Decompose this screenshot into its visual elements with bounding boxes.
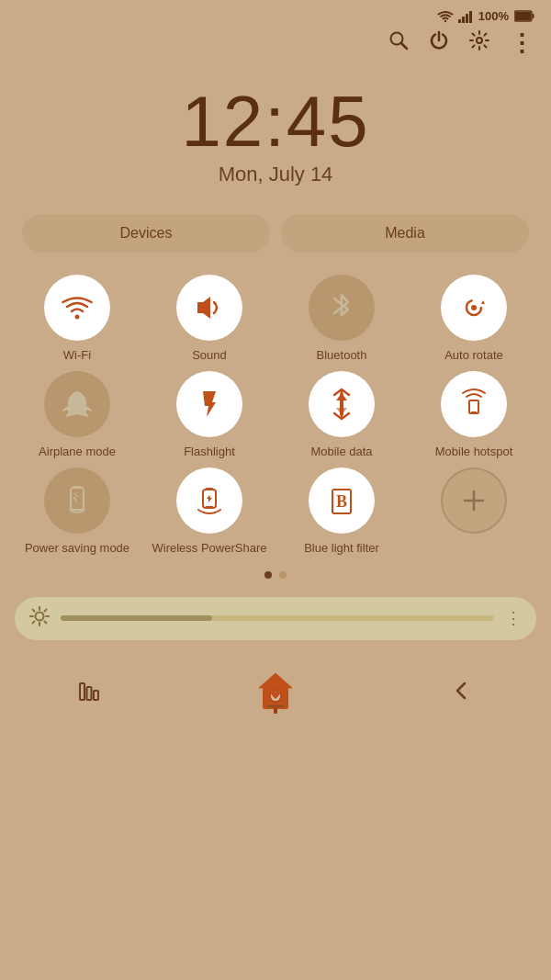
wirelessshare-label: Wireless PowerShare [152,541,267,557]
flashlight-label: Flashlight [184,445,235,460]
toggle-powersaving[interactable]: Power saving mode [15,467,140,557]
svg-rect-1 [462,17,465,23]
toggle-add[interactable] [411,467,536,557]
svg-line-8 [401,43,407,49]
brightness-bar[interactable]: ⋮ [15,597,536,640]
svg-rect-0 [458,19,461,23]
svg-rect-37 [94,691,98,700]
mobiledata-label: Mobile data [310,445,372,460]
page-dot-2 [279,571,287,579]
toggle-airplane[interactable]: Airplane mode [15,371,140,460]
page-dot-1 [264,571,272,579]
svg-marker-11 [197,297,210,319]
svg-rect-2 [466,14,468,23]
svg-rect-15 [469,400,478,413]
toggle-wifi[interactable]: Wi-Fi [15,275,140,364]
tab-devices[interactable]: Devices [22,214,270,253]
wifi-status-icon [436,10,455,23]
battery-percentage: 100% [478,9,509,23]
bluelight-label: Blue light filter [304,541,379,557]
svg-rect-16 [471,411,477,413]
svg-rect-42 [274,708,277,714]
wirelessshare-icon-circle [176,467,242,534]
svg-line-32 [45,621,47,623]
toggle-wirelesspowershare[interactable]: Wireless PowerShare [147,467,272,557]
svg-line-34 [45,609,47,611]
bluetooth-label: Bluetooth [317,348,367,364]
wifi-label: Wi-Fi [63,348,91,364]
bluelight-icon-circle: B [309,467,375,534]
svg-rect-36 [86,687,91,700]
top-icons-row: ⋮ [0,27,551,67]
autorotate-label: Auto rotate [444,348,503,364]
svg-line-31 [33,609,35,611]
status-bar: 100% [0,0,551,27]
toggles-grid: Wi-Fi Sound Bluetooth Auto rotat [0,275,551,557]
airplane-icon-circle [44,371,110,437]
svg-line-33 [33,621,35,623]
brightness-icon [29,606,50,631]
wifi-icon-circle [44,275,110,341]
airplane-label: Airplane mode [39,445,116,460]
powersaving-label: Power saving mode [25,541,129,557]
toggle-bluelightfilter[interactable]: B Blue light filter [279,467,404,557]
add-icon-circle [441,467,507,534]
back-button[interactable] [451,680,473,707]
search-icon[interactable] [388,30,409,56]
svg-point-26 [36,612,44,620]
signal-bars-icon [458,10,473,23]
tabs-row: Devices Media [0,214,551,275]
home-button[interactable] [255,671,296,715]
powersave-icon-circle [44,467,110,534]
svg-text:B: B [336,492,347,511]
mobilehotspot-icon-circle [441,371,507,437]
svg-marker-38 [259,673,292,688]
bluetooth-icon-circle [309,275,375,341]
svg-point-9 [477,38,482,43]
svg-point-10 [75,315,80,320]
signal-icons [436,10,473,23]
mobiledata-icon-circle [309,371,375,437]
svg-rect-18 [73,486,81,489]
settings-icon[interactable] [469,30,489,56]
svg-point-13 [471,305,477,310]
mobilehotspot-label: Mobile hotspot [435,445,513,460]
flashlight-icon-circle [176,371,242,437]
toggle-flashlight[interactable]: Flashlight [147,371,272,460]
svg-rect-5 [515,12,531,20]
toggle-mobiledata[interactable]: Mobile data [279,371,404,460]
svg-rect-6 [533,14,534,18]
clock-area: 12:45 Mon, July 14 [0,67,551,214]
svg-rect-3 [469,11,472,23]
toggle-autorotate[interactable]: Auto rotate [411,275,536,364]
sound-icon-circle [176,275,242,341]
brightness-more-icon[interactable]: ⋮ [505,608,522,628]
brightness-fill [61,615,212,621]
battery-icon [514,10,534,22]
clock-date: Mon, July 14 [0,163,551,186]
svg-rect-35 [80,683,84,700]
tab-media[interactable]: Media [281,214,529,253]
recent-apps-icon[interactable] [78,680,100,707]
brightness-track[interactable] [61,615,494,621]
power-icon[interactable] [429,30,449,56]
sound-label: Sound [192,348,227,364]
svg-rect-20 [206,488,213,490]
clock-time: 12:45 [0,85,551,157]
autorotate-icon-circle [441,275,507,341]
svg-rect-21 [206,506,213,508]
more-icon[interactable]: ⋮ [510,31,534,55]
toggle-bluetooth[interactable]: Bluetooth [279,275,404,364]
bottom-nav [0,655,551,738]
svg-rect-17 [71,488,84,510]
toggle-sound[interactable]: Sound [147,275,272,364]
page-dots [0,557,551,590]
toggle-mobilehotspot[interactable]: Mobile hotspot [411,371,536,460]
